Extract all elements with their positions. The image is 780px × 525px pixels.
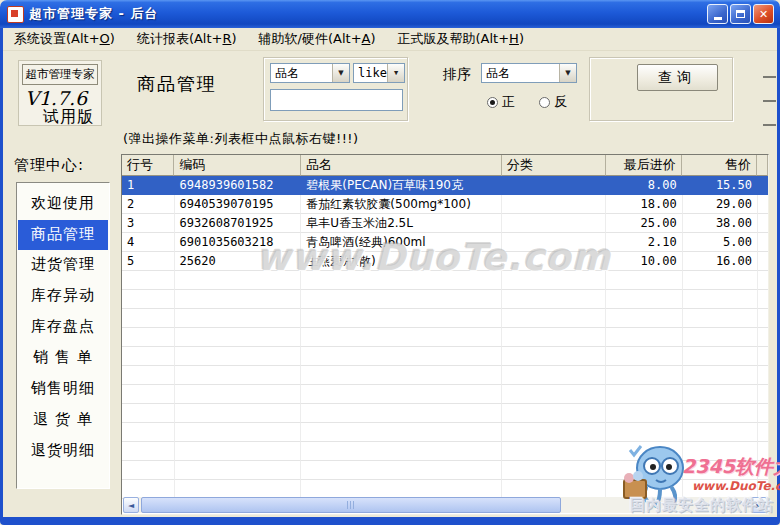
column-header[interactable]: 编码 <box>174 155 301 176</box>
table-cell <box>683 366 758 385</box>
table-cell <box>683 423 758 442</box>
table-cell-filler <box>758 347 768 366</box>
table-cell <box>175 404 302 423</box>
table-cell <box>606 290 682 309</box>
table-cell-filler <box>758 233 768 252</box>
table-row-empty <box>122 366 768 385</box>
table-cell <box>502 195 606 214</box>
table-cell <box>683 328 758 347</box>
sidebar-item[interactable]: 进货管理 <box>18 250 108 281</box>
table-cell <box>683 271 758 290</box>
sidebar-item[interactable]: 退 货 单 <box>18 405 108 436</box>
management-center-label: 管理中心: <box>14 156 84 175</box>
table-cell <box>122 328 175 347</box>
table-row-empty <box>122 309 768 328</box>
table-cell <box>502 233 606 252</box>
sort-descending-radio[interactable]: 反 <box>539 93 567 111</box>
table-row[interactable]: 26940539070195番茄红素软胶囊(500mg*100)18.0029.… <box>122 195 768 214</box>
column-header[interactable]: 售价 <box>682 155 757 176</box>
chevron-down-icon[interactable]: ▼ <box>559 64 576 82</box>
table-cell-filler <box>758 214 768 233</box>
table-cell <box>122 461 175 480</box>
table-cell-filler <box>758 442 768 461</box>
table-cell <box>301 328 502 347</box>
table-cell <box>175 442 302 461</box>
table-cell <box>502 252 606 271</box>
search-operator-dropdown[interactable]: like ▼ <box>353 63 405 83</box>
table-row-empty <box>122 328 768 347</box>
version-label: V1.7.6 <box>25 88 101 108</box>
table-cell <box>122 309 175 328</box>
table-cell: 5 <box>122 252 175 271</box>
table-cell: 25620 <box>175 252 302 271</box>
column-header[interactable]: 分类 <box>502 155 606 176</box>
table-cell <box>301 290 502 309</box>
table-cell: 16.00 <box>683 252 758 271</box>
chevron-down-icon[interactable]: ▼ <box>332 64 349 82</box>
sidebar-item[interactable]: 销售明细 <box>18 374 108 405</box>
table-row[interactable]: 525620生燕麦片(散)10.0016.00 <box>122 252 768 271</box>
table-cell <box>606 385 682 404</box>
column-header[interactable]: 行号 <box>122 155 174 176</box>
page-title: 商品管理 <box>137 72 217 96</box>
close-button[interactable]: ✕ <box>753 4 774 24</box>
title-bar[interactable]: 超市管理专家 - 后台 ✕ <box>0 0 780 28</box>
menu-item[interactable]: 系统设置(Alt+O) <box>3 30 126 48</box>
search-field-dropdown[interactable]: 品名 ▼ <box>270 63 350 83</box>
scrollbar-track[interactable] <box>139 497 751 513</box>
table-row-empty <box>122 290 768 309</box>
radio-unchecked-icon <box>539 97 550 108</box>
menu-bar: 系统设置(Alt+O)统计报表(Alt+R)辅助软/硬件(Alt+A)正式版及帮… <box>3 28 777 51</box>
menu-item[interactable]: 统计报表(Alt+R) <box>126 30 248 48</box>
table-cell-filler <box>758 385 768 404</box>
column-header[interactable]: 最后进价 <box>606 155 682 176</box>
table-row[interactable]: 16948939601582碧根果(PECAN)百草味190克8.0015.50 <box>122 176 768 195</box>
table-cell <box>606 328 682 347</box>
table-cell <box>502 309 606 328</box>
table-cell <box>502 366 606 385</box>
sidebar-item[interactable]: 退货明细 <box>18 436 108 467</box>
table-cell: 6940539070195 <box>175 195 302 214</box>
scroll-left-button[interactable]: ◄ <box>123 497 139 513</box>
table-cell: 29.00 <box>683 195 758 214</box>
table-cell <box>502 347 606 366</box>
table-cell-filler <box>758 461 768 480</box>
table-row[interactable]: 36932608701925阜丰U香玉米油2.5L25.0038.00 <box>122 214 768 233</box>
resize-grip <box>763 100 776 102</box>
sidebar-item[interactable]: 销 售 单 <box>18 343 108 374</box>
table-cell: 8.00 <box>606 176 682 195</box>
scroll-right-button[interactable]: ► <box>751 497 767 513</box>
table-header-row: 行号编码品名分类最后进价售价 <box>122 155 768 176</box>
minimize-button[interactable] <box>707 4 728 24</box>
table-cell <box>122 423 175 442</box>
table-row-empty <box>122 442 768 461</box>
table-cell <box>301 404 502 423</box>
sidebar-item[interactable]: 欢迎使用 <box>18 189 108 220</box>
sort-ascending-radio[interactable]: 正 <box>487 93 515 111</box>
table-cell <box>122 347 175 366</box>
table-cell-filler <box>758 404 768 423</box>
table-row[interactable]: 46901035603218青岛啤酒(经典)600ml2.105.00 <box>122 233 768 252</box>
table-cell <box>175 271 302 290</box>
table-row-empty <box>122 347 768 366</box>
table-cell <box>606 309 682 328</box>
product-table[interactable]: 行号编码品名分类最后进价售价 16948939601582碧根果(PECAN)百… <box>121 154 769 515</box>
maximize-button[interactable] <box>730 4 751 24</box>
table-cell <box>502 328 606 347</box>
menu-item[interactable]: 正式版及帮助(Alt+H) <box>387 30 535 48</box>
horizontal-scrollbar[interactable]: ◄ ► <box>123 497 767 513</box>
search-input[interactable] <box>270 89 403 111</box>
sort-label: 排序 <box>443 66 471 84</box>
sidebar-item[interactable]: 库存异动 <box>18 281 108 312</box>
query-button[interactable]: 查询 <box>637 64 718 91</box>
table-cell <box>175 347 302 366</box>
sort-field-dropdown[interactable]: 品名 ▼ <box>481 63 577 83</box>
sidebar-item[interactable]: 商品管理 <box>18 220 108 250</box>
chevron-down-icon[interactable]: ▼ <box>387 64 404 82</box>
column-header[interactable]: 品名 <box>301 155 502 176</box>
scrollbar-thumb[interactable] <box>141 497 561 513</box>
table-cell <box>502 404 606 423</box>
sidebar-menu: 欢迎使用商品管理进货管理库存异动库存盘点销 售 单销售明细退 货 单退货明细 <box>16 182 110 489</box>
sidebar-item[interactable]: 库存盘点 <box>18 312 108 343</box>
menu-item[interactable]: 辅助软/硬件(Alt+A) <box>248 30 387 48</box>
